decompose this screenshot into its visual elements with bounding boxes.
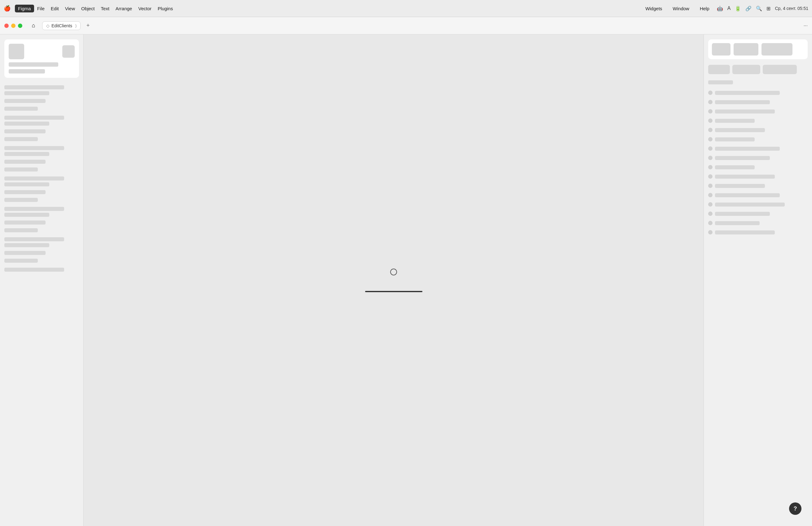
right-section-label	[708, 80, 733, 84]
right-list-item-6	[708, 137, 808, 141]
chatgpt-icon[interactable]: 🤖	[717, 5, 723, 12]
list-skeleton-9	[4, 168, 38, 171]
left-action-skeleton	[62, 45, 75, 58]
minimize-window-button[interactable]	[11, 24, 15, 28]
list-group-16	[4, 236, 79, 248]
list-group-3	[4, 106, 79, 112]
close-window-button[interactable]	[4, 24, 9, 28]
right-panel: ?	[704, 34, 812, 526]
canvas-area[interactable]	[84, 34, 704, 526]
right-line-16	[715, 230, 775, 234]
list-group-1	[4, 83, 79, 97]
menu-file[interactable]: File	[34, 5, 48, 12]
right-line-6	[715, 138, 755, 141]
right-dot-7	[708, 146, 712, 151]
left-header-card	[4, 39, 79, 78]
right-list-item-8	[708, 156, 808, 160]
edit-clients-tab[interactable]: ◇ EditClients )	[42, 22, 81, 30]
right-header-card	[708, 39, 808, 59]
menubar: 🍎 Figma File Edit View Object Text Arran…	[0, 0, 812, 17]
list-group-7	[4, 144, 79, 157]
list-group-13	[4, 205, 79, 218]
list-group-14	[4, 220, 79, 226]
list-skeleton-2	[4, 99, 46, 103]
right-dot-6	[708, 137, 712, 141]
list-group-17	[4, 250, 79, 256]
right-tab-2[interactable]	[733, 65, 760, 74]
menu-plugins[interactable]: Plugins	[155, 5, 176, 12]
right-line-4	[715, 119, 755, 123]
control-center-icon[interactable]: ⊞	[766, 5, 770, 12]
right-dot-12	[708, 193, 712, 197]
list-skeleton-8	[4, 160, 46, 164]
right-dot-8	[708, 156, 712, 160]
loading-bar	[365, 291, 422, 292]
left-avatar-skeleton	[9, 44, 24, 59]
link-icon: 🔗	[745, 5, 752, 12]
tab-figma-icon: ◇	[46, 23, 49, 28]
menu-figma[interactable]: Figma	[15, 5, 34, 12]
traffic-lights	[4, 24, 22, 28]
right-header-skeleton-3	[762, 43, 793, 56]
date-time: Ср, 4 сент. 05:51	[775, 6, 808, 11]
right-dot-15	[708, 221, 712, 225]
right-line-12	[715, 193, 780, 197]
help-button[interactable]: ?	[789, 502, 801, 515]
right-tab-1[interactable]	[708, 65, 730, 74]
main-layout: ?	[0, 34, 812, 526]
list-group-18	[4, 258, 79, 264]
menu-view[interactable]: View	[62, 5, 78, 12]
home-button[interactable]: ⌂	[28, 20, 39, 31]
menu-edit[interactable]: Edit	[48, 5, 62, 12]
right-tabs	[708, 65, 808, 74]
keyboard-icon[interactable]: A	[727, 5, 731, 11]
menu-arrange[interactable]: Arrange	[113, 5, 135, 12]
right-dot-4	[708, 118, 712, 123]
list-skeleton-16b	[4, 243, 49, 247]
list-skeleton-14	[4, 221, 46, 225]
menu-vector[interactable]: Vector	[135, 5, 155, 12]
maximize-window-button[interactable]	[18, 24, 22, 28]
list-skeleton-4a	[4, 116, 64, 120]
menu-window[interactable]: Window	[670, 5, 692, 12]
list-group-10	[4, 175, 79, 188]
right-line-3	[715, 110, 775, 114]
list-skeleton-19	[4, 268, 64, 272]
search-icon[interactable]: 🔍	[756, 5, 762, 12]
right-list-item-16	[708, 230, 808, 234]
right-dot-10	[708, 174, 712, 179]
add-tab-button[interactable]: +	[84, 22, 92, 30]
right-header-skeleton-1	[712, 43, 730, 56]
right-dot-13	[708, 202, 712, 207]
list-skeleton-10b	[4, 182, 49, 186]
battery-icon: 🔋	[735, 5, 741, 12]
list-skeleton-15	[4, 228, 38, 232]
right-dot-14	[708, 212, 712, 216]
right-list-item-2	[708, 100, 808, 104]
right-list-item-15	[708, 221, 808, 225]
right-line-5	[715, 128, 765, 132]
menu-help[interactable]: Help	[697, 5, 712, 12]
menu-text[interactable]: Text	[98, 5, 113, 12]
list-skeleton-13a	[4, 207, 64, 211]
right-dot-1	[708, 90, 712, 95]
right-list-item-1	[708, 90, 808, 95]
list-group-12	[4, 197, 79, 203]
right-line-11	[715, 184, 765, 188]
apple-logo-icon[interactable]: 🍎	[4, 5, 11, 12]
menu-object[interactable]: Object	[78, 5, 98, 12]
right-line-14	[715, 212, 770, 216]
menu-widgets[interactable]: Widgets	[642, 5, 665, 12]
list-group-5	[4, 129, 79, 134]
more-options-button[interactable]: ···	[803, 23, 808, 29]
right-list-item-7	[708, 146, 808, 151]
list-skeleton-4b	[4, 122, 49, 126]
tab-close-icon[interactable]: )	[75, 24, 76, 28]
list-skeleton-7b	[4, 152, 49, 156]
right-line-2	[715, 100, 770, 104]
list-skeleton-5	[4, 129, 46, 133]
list-group-6	[4, 137, 79, 142]
right-list-item-14	[708, 212, 808, 216]
list-skeleton-18	[4, 259, 38, 263]
right-tab-3[interactable]	[763, 65, 797, 74]
